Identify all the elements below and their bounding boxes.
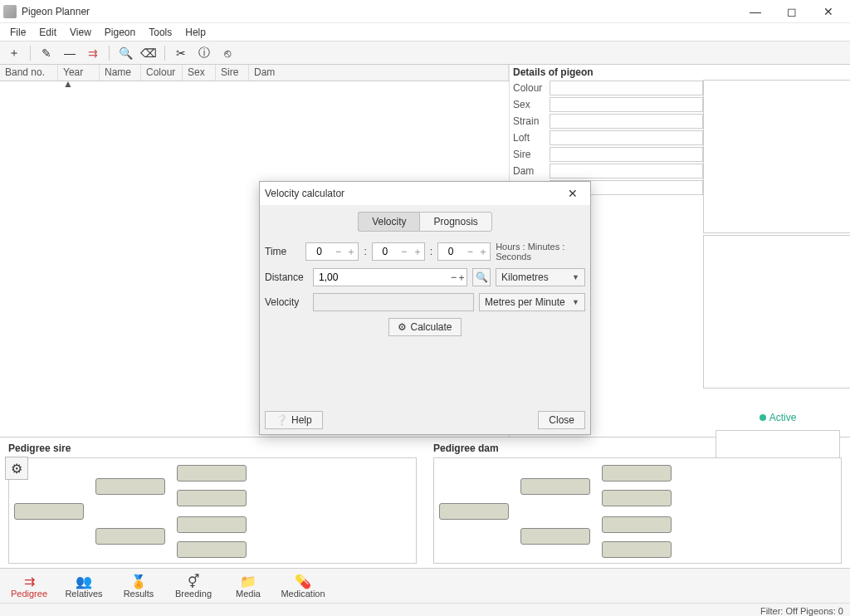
calculate-icon: ⚙ <box>398 321 407 333</box>
bottom-tabbar: ⇉Pedigree 👥Relatives 🏅Results ⚥Breeding … <box>0 568 850 603</box>
pedigree-cell[interactable] <box>95 528 165 545</box>
col-dam[interactable]: Dam <box>249 65 509 81</box>
tab-relatives[interactable]: 👥Relatives <box>61 574 106 599</box>
help-icon: ❔ <box>276 414 288 426</box>
distance-inc[interactable]: ＋ <box>457 271 467 285</box>
menu-pigeon[interactable]: Pigeon <box>98 25 142 40</box>
field-dam[interactable] <box>550 164 703 178</box>
col-colour[interactable]: Colour <box>141 65 183 81</box>
dialog-close-x[interactable]: ✕ <box>560 182 585 205</box>
pedigree-cell[interactable] <box>602 465 672 482</box>
time-sep: : <box>430 246 432 257</box>
seconds-input[interactable] <box>438 245 463 258</box>
pedigree-cell[interactable] <box>602 541 672 558</box>
hours-input[interactable] <box>306 245 331 258</box>
tab-medication[interactable]: 💊Medication <box>281 574 325 599</box>
time-hint: Hours : Minutes : Seconds <box>496 242 585 262</box>
menu-tools[interactable]: Tools <box>142 25 178 40</box>
help-button[interactable]: ❔ Help <box>265 411 323 429</box>
seconds-inc[interactable]: ＋ <box>476 245 490 259</box>
close-button[interactable]: Close <box>538 411 585 429</box>
calculate-button[interactable]: ⚙ Calculate <box>388 318 461 336</box>
field-sex-2[interactable] <box>703 235 850 389</box>
field-strain[interactable] <box>550 114 703 129</box>
pedigree-cell[interactable] <box>439 503 509 520</box>
clear-filter-button[interactable]: ⌫ <box>138 43 159 63</box>
dialog-titlebar: Velocity calculator ✕ <box>260 182 590 205</box>
distance-unit-combo[interactable]: Kilometres ▼ <box>496 268 585 286</box>
tab-media[interactable]: 📁Media <box>226 574 271 599</box>
info-button[interactable]: ⓘ <box>193 43 215 63</box>
window-close-button[interactable]: ✕ <box>810 0 847 23</box>
distance-input[interactable] <box>314 271 451 283</box>
tab-label: Pedigree <box>11 589 47 599</box>
settings-button[interactable]: ⚙ <box>5 457 28 480</box>
label-velocity: Velocity <box>265 296 308 308</box>
seconds-spinner[interactable]: − ＋ <box>437 242 491 261</box>
search-button[interactable]: 🔍 <box>115 43 136 63</box>
seconds-dec[interactable]: − <box>463 246 476 257</box>
minutes-input[interactable] <box>373 245 398 258</box>
window-minimize-button[interactable]: — <box>737 0 774 23</box>
tab-pedigree[interactable]: ⇉Pedigree <box>7 574 51 599</box>
menu-edit[interactable]: Edit <box>32 25 63 40</box>
col-sex[interactable]: Sex <box>183 65 216 81</box>
tools-button[interactable]: ✂ <box>170 43 192 63</box>
menu-view[interactable]: View <box>63 25 98 40</box>
pedigree-cell[interactable] <box>602 516 672 533</box>
tab-prognosis[interactable]: Prognosis <box>419 212 491 232</box>
tab-results[interactable]: 🏅Results <box>116 574 161 599</box>
distance-dec[interactable]: − <box>451 271 457 283</box>
relatives-icon: 👥 <box>76 574 92 589</box>
tab-breeding[interactable]: ⚥Breeding <box>171 574 216 599</box>
hours-spinner[interactable]: − ＋ <box>305 242 359 261</box>
pedigree-cell[interactable] <box>95 478 165 495</box>
col-band[interactable]: Band no. <box>0 65 58 81</box>
menu-help[interactable]: Help <box>178 25 212 40</box>
hours-dec[interactable]: − <box>331 246 344 257</box>
app-icon <box>3 5 17 18</box>
pedigree-cell[interactable] <box>520 478 590 495</box>
exit-button[interactable]: ⎋ <box>217 43 238 63</box>
distance-lookup-button[interactable]: 🔍 <box>472 268 491 286</box>
field-colour[interactable] <box>550 81 703 95</box>
minutes-inc[interactable]: ＋ <box>411 245 424 259</box>
velocity-unit-combo[interactable]: Metres per Minute ▼ <box>479 293 585 311</box>
tab-velocity[interactable]: Velocity <box>358 212 419 232</box>
hours-inc[interactable]: ＋ <box>344 245 358 259</box>
remove-button[interactable]: — <box>59 43 81 63</box>
status-text: Filter: Off Pigeons: 0 <box>760 606 843 616</box>
label-sire: Sire <box>513 149 546 160</box>
field-sex[interactable] <box>550 97 703 112</box>
pedigree-cell[interactable] <box>14 503 84 520</box>
minutes-dec[interactable]: − <box>398 246 411 257</box>
tab-label: Medication <box>281 589 325 599</box>
field-loft[interactable] <box>550 130 703 145</box>
col-name[interactable]: Name <box>100 65 141 81</box>
pedigree-button[interactable]: ⇉ <box>82 43 104 63</box>
add-button[interactable]: ＋ <box>3 43 25 63</box>
pedigree-dam-box <box>433 457 842 564</box>
pedigree-cell[interactable] <box>177 541 247 558</box>
distance-unit-label: Kilometres <box>501 271 549 283</box>
pedigree-cell[interactable] <box>520 528 590 545</box>
pedigree-cell[interactable] <box>177 465 247 482</box>
separator <box>164 46 165 61</box>
field-sire[interactable] <box>550 147 703 162</box>
label-dam: Dam <box>513 165 546 177</box>
medication-icon: 💊 <box>295 574 311 589</box>
edit-button[interactable]: ✎ <box>36 43 57 63</box>
label-loft: Loft <box>513 132 546 144</box>
distance-field[interactable]: − ＋ <box>313 268 467 286</box>
results-icon: 🏅 <box>130 574 147 589</box>
minutes-spinner[interactable]: − ＋ <box>372 242 425 261</box>
window-title: Pigeon Planner <box>22 6 737 17</box>
col-sire[interactable]: Sire <box>216 65 249 81</box>
window-maximize-button[interactable]: ◻ <box>774 0 810 23</box>
menu-file[interactable]: File <box>3 25 32 40</box>
pedigree-cell[interactable] <box>602 490 672 506</box>
col-year[interactable]: Year ▲ <box>58 65 100 81</box>
pedigree-cell[interactable] <box>177 516 247 533</box>
field-colour-2[interactable] <box>703 80 850 233</box>
pedigree-cell[interactable] <box>177 490 247 506</box>
